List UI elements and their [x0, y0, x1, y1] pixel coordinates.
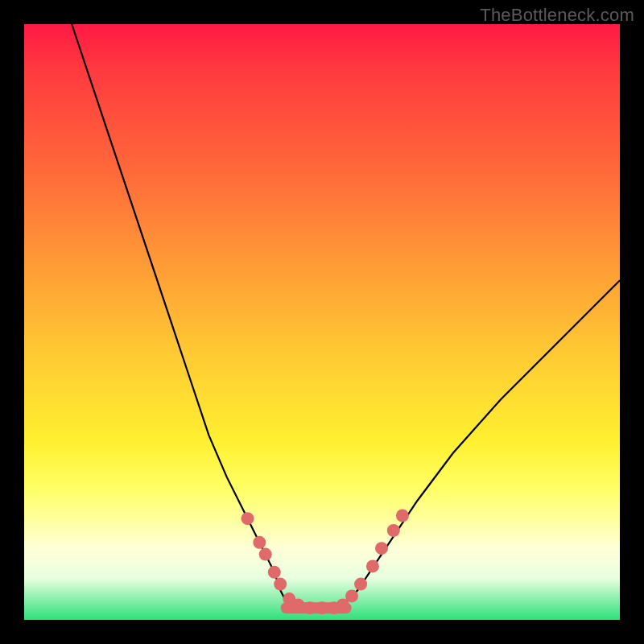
curve-marker [274, 578, 287, 591]
chart-svg [24, 24, 620, 620]
curve-marker [268, 566, 281, 579]
curve-marker [291, 599, 304, 612]
curve-marker [303, 601, 316, 614]
curve-marker [316, 601, 328, 614]
chart-plot-area [24, 24, 620, 620]
curve-marker [387, 524, 400, 537]
curve-marker [354, 578, 367, 591]
bottleneck-curve-line [72, 24, 620, 608]
curve-marker [253, 536, 266, 549]
curve-marker [345, 589, 358, 602]
curve-markers-group [242, 510, 409, 615]
curve-marker [396, 510, 409, 522]
curve-marker [366, 559, 379, 572]
watermark-text: TheBottleneck.com [480, 5, 634, 26]
curve-marker [242, 512, 254, 525]
curve-marker [259, 548, 272, 561]
curve-marker [375, 542, 388, 555]
